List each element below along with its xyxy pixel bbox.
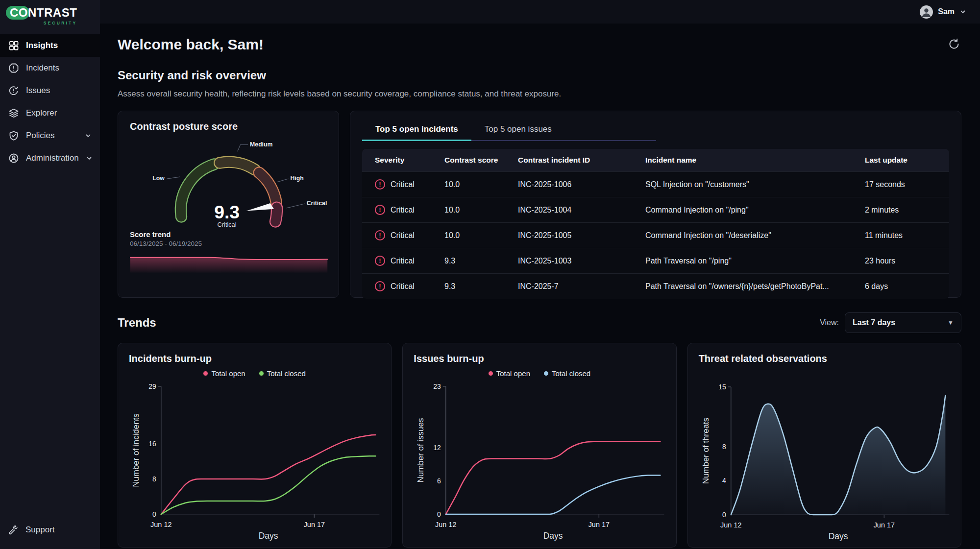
- chart-legend: Total open Total closed: [129, 369, 380, 378]
- user-name[interactable]: Sam: [938, 7, 955, 16]
- col-header-id: Contrast incident ID: [518, 156, 645, 165]
- svg-text:Number of issues: Number of issues: [416, 418, 425, 483]
- svg-text:9.3: 9.3: [214, 202, 240, 222]
- legend-dot-open: [489, 371, 493, 376]
- contrast-score: 9.3: [444, 257, 518, 265]
- refresh-button[interactable]: [947, 37, 961, 53]
- alert-octagon-icon: [8, 63, 19, 73]
- sidebar-item-support[interactable]: Support: [0, 519, 100, 541]
- svg-text:Low: Low: [152, 175, 165, 182]
- contrast-score: 9.3: [444, 282, 518, 291]
- table-row[interactable]: !Critical 10.0 INC-2025-1005 Command Inj…: [362, 222, 949, 248]
- app-root: CONTRAST SECURITY Insights Incidents: [0, 0, 980, 549]
- shield-check-icon: [8, 130, 19, 141]
- chart-title: Threat related observations: [699, 353, 950, 364]
- refresh-icon: [948, 38, 960, 50]
- section-title-trends: Trends: [118, 316, 156, 330]
- sidebar-item-issues[interactable]: Issues: [0, 79, 100, 102]
- svg-text:16: 16: [148, 440, 156, 448]
- view-range-value: Last 7 days: [853, 318, 895, 327]
- brand-logo[interactable]: CONTRAST SECURITY: [0, 0, 100, 30]
- svg-text:High: High: [290, 175, 303, 182]
- contrast-score: 10.0: [444, 231, 518, 240]
- brand-name: CONTRAST: [8, 6, 77, 20]
- grid-icon: [8, 40, 19, 51]
- critical-severity-icon: !: [375, 281, 385, 291]
- score-trend-title: Score trend: [130, 230, 327, 239]
- contrast-score: 10.0: [444, 206, 518, 215]
- chart-title: Issues burn-up: [414, 353, 665, 364]
- legend-dot-open: [203, 371, 208, 376]
- svg-text:8: 8: [722, 443, 726, 451]
- section-title-overview: Security and risk overview: [118, 69, 961, 82]
- sidebar-item-explorer[interactable]: Explorer: [0, 102, 100, 124]
- incident-name: Path Traversal on "/ping": [645, 257, 865, 265]
- svg-text:Jun 12: Jun 12: [435, 521, 456, 528]
- svg-text:Jun 17: Jun 17: [588, 521, 610, 528]
- person-icon: [920, 5, 933, 19]
- svg-text:15: 15: [718, 383, 726, 391]
- sidebar-nav: Insights Incidents Issues: [0, 30, 100, 169]
- last-update: 6 days: [865, 282, 949, 291]
- tab-top-5-open-incidents[interactable]: Top 5 open incidents: [362, 118, 471, 141]
- sidebar-item-label: Issues: [26, 86, 50, 95]
- table-row[interactable]: !Critical 9.3 INC-2025-7 Path Traversal …: [362, 273, 949, 299]
- tab-top-5-open-issues[interactable]: Top 5 open issues: [471, 118, 565, 140]
- incident-id: INC-2025-1004: [518, 206, 645, 215]
- issues-burnup-chart: 061223Jun 12Jun 17Number of issuesDays: [414, 379, 665, 543]
- svg-text:Number of incidents: Number of incidents: [131, 413, 141, 487]
- table-row[interactable]: !Critical 10.0 INC-2025-1006 SQL Injecti…: [362, 171, 949, 197]
- chart-title: Incidents burn-up: [129, 353, 380, 364]
- svg-text:12: 12: [434, 444, 441, 452]
- legend-dot-closed: [544, 371, 548, 376]
- svg-text:6: 6: [437, 477, 441, 485]
- view-range-select[interactable]: Last 7 days ▼: [845, 312, 961, 333]
- main-area: Sam Welcome back, Sam! Security and risk…: [100, 0, 980, 549]
- caret-down-icon: ▼: [948, 319, 954, 326]
- sidebar-item-label: Explorer: [26, 108, 57, 118]
- sidebar-item-incidents[interactable]: Incidents: [0, 57, 100, 79]
- page-content: Welcome back, Sam! Security and risk ove…: [100, 24, 980, 549]
- chevron-down-icon[interactable]: [959, 8, 966, 15]
- posture-card-title: Contrast posture score: [130, 121, 327, 132]
- table-row[interactable]: !Critical 10.0 INC-2025-1004 Command Inj…: [362, 197, 949, 222]
- severity-label: Critical: [391, 180, 415, 189]
- score-trend-sparkline: [130, 251, 328, 276]
- svg-text:29: 29: [148, 382, 156, 390]
- sidebar-item-insights[interactable]: Insights: [0, 34, 100, 57]
- posture-gauge: LowMediumHighCritical9.3Critical: [130, 132, 328, 228]
- svg-text:4: 4: [722, 477, 726, 484]
- sidebar-item-policies[interactable]: Policies: [0, 124, 100, 147]
- incidents-table: Severity Contrast score Contrast inciden…: [362, 149, 949, 299]
- svg-text:Critical: Critical: [307, 200, 327, 207]
- view-label: View:: [820, 318, 839, 327]
- svg-text:Critical: Critical: [218, 221, 237, 228]
- last-update: 2 minutes: [865, 206, 949, 215]
- table-row[interactable]: !Critical 9.3 INC-2025-1003 Path Travers…: [362, 248, 949, 273]
- critical-severity-icon: !: [375, 256, 385, 266]
- incident-name: SQL Injection on "/customers": [645, 180, 865, 189]
- severity-label: Critical: [391, 206, 415, 215]
- svg-text:Jun 17: Jun 17: [873, 521, 894, 529]
- svg-text:0: 0: [152, 510, 156, 518]
- svg-text:Jun 12: Jun 12: [720, 521, 741, 529]
- col-header-severity: Severity: [375, 156, 444, 165]
- critical-severity-icon: !: [375, 205, 385, 215]
- sidebar-item-label: Policies: [26, 131, 55, 141]
- avatar[interactable]: [920, 5, 933, 19]
- legend-label: Total closed: [267, 369, 306, 378]
- svg-text:Days: Days: [828, 531, 848, 541]
- severity-label: Critical: [391, 257, 415, 265]
- sidebar-item-administration[interactable]: Administration: [0, 147, 100, 169]
- page-title: Welcome back, Sam!: [118, 36, 264, 53]
- legend-dot-closed: [259, 371, 264, 376]
- col-header-score: Contrast score: [444, 156, 518, 165]
- incidents-table-header: Severity Contrast score Contrast inciden…: [362, 149, 949, 171]
- last-update: 11 minutes: [865, 231, 949, 240]
- user-circle-icon: [8, 153, 19, 164]
- col-header-updated: Last update: [865, 156, 949, 165]
- top-incidents-card: Top 5 open incidents Top 5 open issues S…: [350, 111, 961, 298]
- svg-text:Jun 12: Jun 12: [150, 521, 172, 528]
- threat-observations-card: Threat related observations 04815Jun 12J…: [687, 343, 961, 548]
- incidents-burnup-card: Incidents burn-up Total open Total close…: [118, 343, 392, 548]
